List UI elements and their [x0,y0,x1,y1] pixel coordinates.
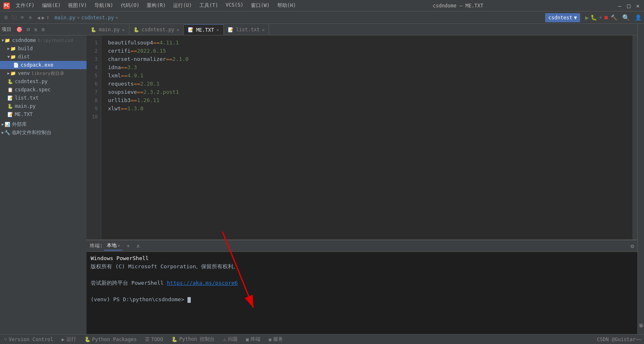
tab-main-py[interactable]: 🐍 main.py ✕ [87,24,129,35]
status-issues[interactable]: ⚠ 问题 [221,335,239,344]
menu-item-w[interactable]: 窗口(W) [248,1,273,10]
terminal-line: (venv) PS D:\python\csdndome> [91,295,633,304]
tab-csdntest-py[interactable]: 🐍 csdntest.py ✕ [129,24,184,35]
menu-item-u[interactable]: 运行(U) [170,1,195,10]
tree-item-main-py[interactable]: 🐍 main.py [0,102,87,110]
close-button[interactable]: ✕ [635,3,641,9]
status-version-control-label: Version Control [9,337,53,342]
folder-icon: 📁 [5,38,10,43]
pkg-operator: == [134,80,141,88]
status-terminal[interactable]: ▣ 终端 [244,335,262,344]
menu-item-e[interactable]: 编辑(E) [39,1,64,10]
tree-settings[interactable]: ⚙ [27,14,34,21]
search-icon[interactable]: 🔍 [622,14,630,21]
code-line-1: beautifulsoup4==4.11.1 [108,39,626,47]
menu-item-r[interactable]: 重构(R) [143,1,169,10]
code-line-8: urllib3==1.26.11 [108,96,626,105]
tree-item-external-libs[interactable]: ▶ 📊 外部库 [0,120,87,128]
status-run[interactable]: ▶ 运行 [60,335,77,344]
user-info: CSDN @Guistar~~ [597,337,642,342]
pkg-version: 2.3.2.post1 [143,88,179,96]
tab-list-txt[interactable]: 📝 list.txt ✕ [224,24,269,35]
nav-up[interactable]: ↑ [46,14,49,21]
status-services[interactable]: ◉ 服务 [267,335,285,344]
txt-file-icon: 📝 [7,95,13,101]
tree-root[interactable]: ▼ 📁 csdndome D:\python\csd [0,36,87,44]
terminal-label: 终端: [90,242,103,249]
menu-item-n[interactable]: 导航(N) [91,1,117,10]
code-content[interactable]: beautifulsoup4==4.11.1certifi==2022.6.15… [101,35,632,239]
locate-in-tree-button[interactable]: 🎯 [15,26,24,33]
expand-terminal-button[interactable]: ∧ [134,242,142,250]
tree-item-build[interactable]: ▶ 📁 build [0,44,87,53]
build-button[interactable]: 🔨 [611,14,617,21]
menu-item-h[interactable]: 帮助(H) [274,1,300,10]
tree-item-list-txt[interactable]: 📝 list.txt [0,94,87,102]
pkg-name: lxml [108,72,121,80]
status-version-control[interactable]: ⑂ Version Control [2,335,55,344]
menu-item-vcss[interactable]: VCS(S) [222,1,247,10]
folder-icon: 📁 [10,71,16,76]
tree-item-me-txt-label: ME.TXT [15,112,33,117]
terminal-content[interactable]: Windows PowerShell版权所有 (C) Microsoft Cor… [87,252,637,334]
tree-expand[interactable]: ⟳ [19,14,26,21]
tree-item-temp-files[interactable]: ▶ 🔧 临时文件和控制台 [0,128,87,137]
tree-collapse-all[interactable]: ⬛ [11,14,17,21]
status-python-packages[interactable]: 🐍 Python Packages [83,335,138,344]
settings-button[interactable]: ⚙ [40,26,46,33]
terminal-settings-button[interactable]: ⚙ [631,243,634,249]
pkg-version: 2022.6.15 [137,47,166,55]
menu-item-o[interactable]: 代码(O) [117,1,143,10]
sort-button[interactable]: ⇅ [33,26,39,33]
sidebar-toggle[interactable]: ☰ [2,14,9,21]
tab-main-py-close[interactable]: ✕ [122,28,125,32]
tab-csdntest-py-close[interactable]: ✕ [177,28,179,32]
run-config-selector[interactable]: csdntest ▼ [545,13,580,22]
breadcrumb-project2: csdntest.py [81,15,114,21]
status-python-console[interactable]: 🐍 Python 控制台 [170,335,217,344]
tree-item-venv[interactable]: ▶ 📁 venv library根目录 [0,69,87,77]
debug-button[interactable]: 🐛 [590,14,597,21]
tree-item-csdpack-spec[interactable]: 📋 csdpack.spec [0,86,87,94]
editor-terminal-area: 🐍 main.py ✕ 🐍 csdntest.py ✕ 📝 ME.TXT ✕ [87,24,637,334]
menu-item-v[interactable]: 视图(V) [65,1,90,10]
tree-item-csdpack-exe[interactable]: 📄 csdpack.exe [0,61,87,69]
run-button[interactable]: ▶ [585,14,589,21]
toolbar-run-buttons: ▶ 🐛 ⚡ ⏹ 🔨 [585,14,617,21]
status-todo[interactable]: ☰ TODO [143,335,165,344]
tree-item-me-txt[interactable]: 📝 ME.TXT [0,110,87,119]
tree-item-dist[interactable]: ▼ 📁 dist [0,53,87,61]
tab-local-close[interactable]: ✕ [117,243,120,248]
chevron-right-icon: ▶ [7,46,9,51]
tree-item-csdntest-py[interactable]: 🐍 csdntest.py [0,77,87,86]
pkg-name: requests [108,80,134,88]
project-toolbar: 项目 🎯 ⊟ ⇅ ⚙ [0,24,87,35]
nav-back[interactable]: ◀ [37,15,40,21]
stop-button[interactable]: ⏹ [604,14,609,21]
pkg-version: 2.1.0 [173,55,189,63]
coverage-button[interactable]: ⚡ [599,14,602,21]
tree-item-list-txt-label: list.txt [15,95,39,101]
menu-item-t[interactable]: 工具(T) [196,1,222,10]
tree-item-csdpack-exe-label: csdpack.exe [21,62,53,68]
user-icon[interactable]: 👤 [635,14,642,21]
libs-icon: 📊 [5,122,10,127]
tree-root-path: D:\python\csd [37,38,73,43]
maximize-button[interactable]: □ [626,3,632,9]
tab-local[interactable]: 本地 ✕ [104,242,122,251]
pkg-name: beautifulsoup4 [108,39,153,47]
nav-forward[interactable]: ▶ [42,15,44,21]
tab-me-txt-close[interactable]: ✕ [216,28,219,32]
terminal-link[interactable]: https://aka.ms/pscore6 [167,280,238,286]
editor-scrollbar[interactable] [632,35,637,239]
terminal-line [91,287,633,295]
menu-item-f[interactable]: 文件(F) [12,1,38,10]
chevron-down-icon: ▼ [7,55,9,59]
tab-list-txt-close[interactable]: ✕ [262,28,265,32]
minimize-button[interactable]: — [617,3,623,9]
tree-item-temp-files-label: 临时文件和控制台 [12,129,52,136]
add-terminal-button[interactable]: + [124,242,132,250]
code-line-2: certifi==2022.6.15 [108,47,626,55]
collapse-all-button[interactable]: ⊟ [26,26,31,33]
tab-me-txt[interactable]: 📝 ME.TXT ✕ [184,24,223,35]
